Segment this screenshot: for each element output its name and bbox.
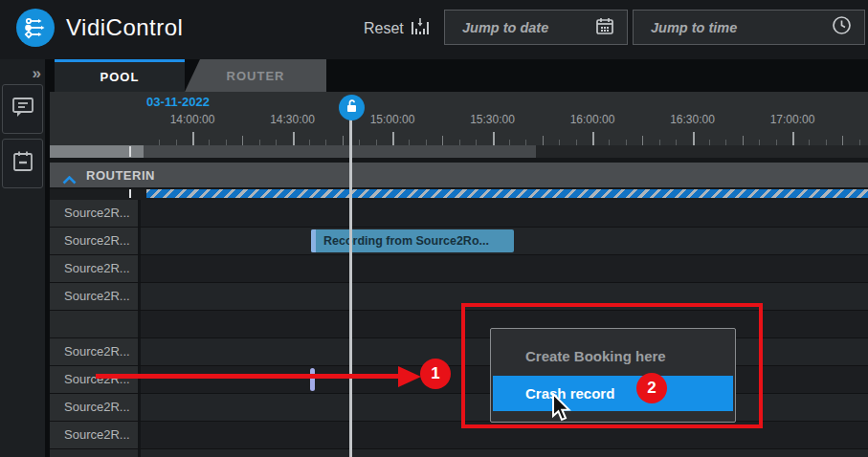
row-label: Source2R... — [50, 200, 141, 227]
row-timeline-cell[interactable] — [141, 449, 868, 457]
clock-icon[interactable] — [832, 15, 852, 39]
tab-router[interactable]: ROUTER — [185, 59, 326, 92]
annotation-arrow — [96, 374, 400, 379]
app-title: VidiControl — [66, 14, 183, 41]
scrollbar-thumb[interactable] — [144, 145, 536, 158]
annotation-step-1-badge: 1 — [420, 359, 451, 389]
tab-router-label: ROUTER — [227, 69, 285, 83]
group-title: ROUTERIN — [86, 168, 155, 183]
tick-label: 14:30:00 — [270, 113, 315, 126]
row-label: Source2R... — [50, 366, 141, 393]
ruler-tick — [242, 136, 243, 145]
jump-to-date-input[interactable]: Jump to date — [444, 10, 628, 45]
table-row — [50, 449, 868, 457]
tick-label: 16:30:00 — [670, 113, 715, 126]
jump-to-time-placeholder: Jump to time — [651, 20, 737, 35]
tab-pool-label: POOL — [100, 70, 140, 84]
ruler-tick — [592, 132, 594, 145]
chat-button[interactable] — [2, 84, 43, 134]
scrollbar-position-marker — [129, 146, 131, 157]
hatch-position-marker — [129, 189, 131, 198]
ruler-tick — [792, 132, 794, 145]
left-sidebar: » — [0, 59, 45, 457]
recording-bar[interactable]: Recording from Source2Ro... — [311, 229, 514, 252]
app-logo-icon — [16, 9, 55, 47]
ruler-tick — [442, 136, 443, 145]
annotation-rectangle — [461, 303, 763, 428]
timeline-date-label: 03-11-2022 — [140, 95, 216, 109]
app-header: VidiControl Reset Jump to date — [0, 0, 868, 59]
reset-zoom-icon — [411, 17, 430, 40]
row-timeline-cell[interactable] — [141, 255, 868, 282]
table-row: Source2R... — [50, 200, 868, 228]
expand-sidebar-icon[interactable]: » — [33, 64, 41, 83]
ruler-tick — [392, 132, 394, 145]
ruler-tick — [293, 132, 295, 145]
jump-to-time-input[interactable]: Jump to time — [633, 10, 865, 45]
ruler-tick — [743, 136, 744, 145]
ruler-tick — [693, 132, 695, 145]
tick-label: 15:00:00 — [370, 113, 415, 126]
tick-label: 17:00:00 — [770, 113, 815, 126]
row-label — [50, 311, 141, 337]
chevron-up-icon[interactable] — [62, 171, 77, 188]
calendar-icon[interactable] — [595, 16, 614, 39]
booking-calendar-icon — [11, 149, 35, 178]
jump-to-date-placeholder: Jump to date — [462, 20, 548, 35]
ruler-tick — [343, 136, 344, 145]
recording-bar-label: Recording from Source2Ro... — [316, 234, 489, 248]
tick-label: 16:00:00 — [570, 113, 615, 126]
locked-range-hatch-bar — [146, 189, 868, 198]
ruler-tick — [543, 136, 544, 145]
timeline-scrollbar[interactable] — [50, 145, 868, 158]
tick-label: 15:30:00 — [470, 113, 515, 126]
reset-button[interactable]: Reset — [364, 17, 430, 40]
annotation-step-2-badge: 2 — [636, 373, 667, 403]
row-timeline-cell[interactable] — [141, 200, 868, 227]
row-label: Source2R... — [50, 394, 141, 421]
mouse-cursor-icon — [547, 393, 572, 427]
row-label: Source2R... — [50, 255, 141, 282]
annotation-arrow-head — [398, 366, 421, 387]
tab-pool[interactable]: POOL — [55, 59, 185, 92]
row-label: Source2R... — [50, 228, 141, 254]
reset-label: Reset — [364, 20, 404, 37]
playhead-lock-button[interactable] — [339, 95, 365, 120]
ruler-tick — [642, 136, 643, 145]
clip-marker[interactable] — [310, 368, 315, 391]
row-label — [50, 449, 141, 457]
ruler-tick — [192, 132, 194, 145]
playhead-line[interactable] — [349, 118, 352, 457]
ruler-tick — [842, 136, 843, 145]
row-label: Source2R... — [50, 283, 141, 310]
timeline-ruler[interactable]: 03-11-2022 14:00:0014:30:0015:00:0015:30… — [50, 92, 868, 145]
tab-bar: POOL ROUTER — [50, 59, 868, 92]
sidebar-divider — [45, 59, 50, 457]
ruler-tick — [493, 132, 495, 145]
tick-label: 14:00:00 — [170, 113, 215, 126]
booking-button[interactable] — [2, 139, 43, 188]
timeline-panel: 03-11-2022 14:00:0014:30:0015:00:0015:30… — [50, 92, 868, 457]
table-row: Source2R... — [50, 255, 868, 283]
unlocked-padlock-icon — [345, 99, 358, 117]
group-header-routerin[interactable]: ROUTERIN — [50, 163, 868, 187]
row-label: Source2R... — [50, 422, 141, 448]
chat-icon — [11, 95, 35, 123]
row-label: Source2R... — [50, 338, 141, 365]
